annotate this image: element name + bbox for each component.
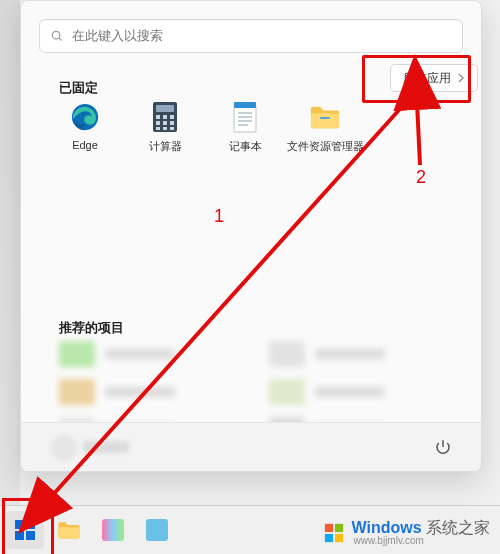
- power-icon: [434, 438, 452, 456]
- start-panel-footer: [21, 422, 481, 471]
- taskbar-item[interactable]: [138, 511, 176, 549]
- recommended-item[interactable]: [269, 341, 385, 367]
- svg-rect-14: [234, 106, 256, 132]
- edge-icon: [69, 101, 101, 133]
- svg-rect-28: [58, 527, 79, 538]
- svg-rect-27: [26, 531, 35, 540]
- svg-rect-9: [163, 121, 167, 125]
- search-input[interactable]: 在此键入以搜索: [39, 19, 463, 53]
- windows-logo-icon: [323, 522, 345, 544]
- all-apps-button[interactable]: 所有应用: [390, 64, 478, 92]
- svg-rect-10: [170, 121, 174, 125]
- taskbar-item[interactable]: [94, 511, 132, 549]
- app-file-explorer-label: 文件资源管理器: [287, 139, 364, 154]
- section-title-pinned: 已固定: [59, 79, 98, 97]
- app-file-explorer[interactable]: 文件资源管理器: [299, 101, 351, 154]
- svg-rect-11: [156, 127, 160, 130]
- user-avatar[interactable]: [51, 435, 77, 461]
- taskbar-item[interactable]: [50, 511, 88, 549]
- svg-rect-20: [311, 113, 339, 128]
- svg-rect-21: [320, 117, 329, 119]
- watermark-url: www.bjjmlv.com: [353, 536, 490, 546]
- folder-icon: [57, 520, 81, 540]
- annotation-number-2: 2: [416, 167, 426, 188]
- app-edge[interactable]: Edge: [59, 101, 111, 154]
- all-apps-label: 所有应用: [403, 70, 451, 87]
- power-button[interactable]: [433, 437, 453, 457]
- watermark: Windows 系统之家 www.bjjmlv.com: [319, 518, 494, 548]
- notepad-icon: [229, 101, 261, 133]
- svg-rect-26: [15, 531, 24, 540]
- user-name[interactable]: [83, 441, 129, 453]
- svg-rect-7: [170, 115, 174, 119]
- svg-rect-5: [156, 115, 160, 119]
- app-calculator-label: 计算器: [149, 139, 182, 154]
- svg-rect-29: [325, 524, 333, 532]
- section-title-recommended: 推荐的项目: [59, 319, 124, 337]
- desktop-background-sliver: [0, 0, 20, 505]
- svg-rect-13: [170, 127, 174, 130]
- svg-rect-30: [335, 524, 343, 532]
- svg-rect-15: [234, 102, 256, 108]
- svg-point-0: [52, 31, 60, 39]
- calculator-icon: [149, 101, 181, 133]
- svg-rect-4: [156, 105, 174, 112]
- start-menu-panel: 在此键入以搜索 已固定 所有应用 Edge: [20, 0, 482, 472]
- svg-rect-6: [163, 115, 167, 119]
- recommended-item[interactable]: [59, 379, 175, 405]
- search-icon: [50, 29, 64, 43]
- annotation-number-1: 1: [214, 206, 224, 227]
- start-button[interactable]: [6, 511, 44, 549]
- pinned-apps-grid: Edge 计算器: [59, 101, 351, 154]
- watermark-brand-cn: 系统之家: [426, 519, 490, 536]
- svg-line-1: [59, 38, 62, 41]
- folder-icon: [309, 101, 341, 133]
- app-calculator[interactable]: 计算器: [139, 101, 191, 154]
- app-edge-label: Edge: [72, 139, 98, 151]
- svg-rect-31: [325, 534, 333, 542]
- recommended-item[interactable]: [59, 341, 175, 367]
- app-notepad-label: 记事本: [229, 139, 262, 154]
- svg-rect-32: [335, 534, 343, 542]
- search-placeholder: 在此键入以搜索: [72, 27, 163, 45]
- svg-rect-12: [163, 127, 167, 130]
- windows-logo-icon: [13, 518, 37, 542]
- chevron-right-icon: [457, 73, 465, 83]
- svg-rect-25: [26, 520, 35, 529]
- svg-rect-8: [156, 121, 160, 125]
- watermark-brand-en: Windows: [351, 519, 421, 536]
- svg-rect-24: [15, 520, 24, 529]
- app-notepad[interactable]: 记事本: [219, 101, 271, 154]
- recommended-item[interactable]: [269, 379, 385, 405]
